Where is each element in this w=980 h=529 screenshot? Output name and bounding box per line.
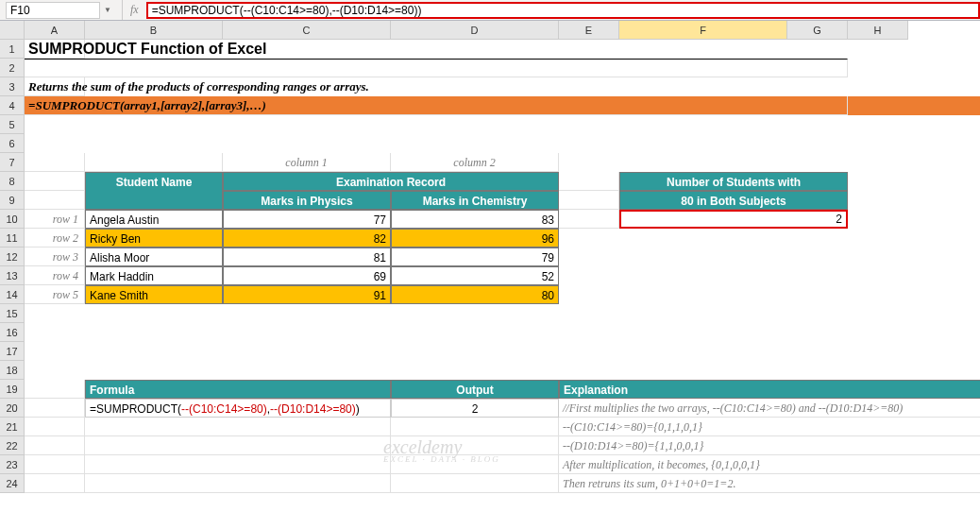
col-header[interactable]: F [619, 21, 787, 40]
col-header[interactable]: E [559, 21, 619, 40]
table-cell[interactable]: 52 [391, 266, 559, 285]
result-header-1: Number of Students with [619, 172, 848, 191]
table-cell[interactable]: Ricky Ben [85, 229, 223, 247]
table-cell[interactable]: Alisha Moor [85, 247, 223, 266]
row-header[interactable]: 18 [0, 361, 25, 380]
th-formula: Formula [85, 380, 391, 399]
row-header[interactable]: 20 [0, 399, 25, 418]
table-cell[interactable]: 83 [391, 210, 559, 229]
row-header[interactable]: 5 [0, 115, 25, 134]
row-header[interactable]: 11 [0, 229, 25, 247]
col-header[interactable]: A [25, 21, 85, 40]
table-cell[interactable]: 82 [223, 229, 391, 247]
explanation-line: Then retruns its sum, 0+1+0+0=1=2. [559, 474, 980, 493]
row-header[interactable]: 2 [0, 59, 25, 77]
th-chemistry: Marks in Chemistry [391, 191, 559, 210]
th-explanation: Explanation [559, 380, 980, 399]
result-header-2: 80 in Both Subjects [619, 191, 848, 210]
row-label: row 3 [25, 247, 85, 266]
row-header[interactable]: 19 [0, 380, 25, 399]
explanation-line: After multiplication, it becomes, {0,1,0… [559, 455, 980, 474]
row-header[interactable]: 10 [0, 210, 25, 229]
col-header[interactable]: B [85, 21, 223, 40]
table-cell[interactable]: Kane Smith [85, 285, 223, 304]
row-header[interactable]: 21 [0, 418, 25, 436]
table-cell[interactable]: 81 [223, 247, 391, 266]
row-header[interactable]: 16 [0, 323, 25, 342]
row-label: row 5 [25, 285, 85, 304]
row-header[interactable]: 12 [0, 247, 25, 266]
row-header[interactable]: 22 [0, 436, 25, 455]
row-header[interactable]: 6 [0, 134, 25, 153]
row-header[interactable]: 9 [0, 191, 25, 210]
row-label: row 1 [25, 210, 85, 229]
row-header[interactable]: 23 [0, 455, 25, 474]
col-header[interactable]: G [787, 21, 848, 40]
table-cell[interactable]: 96 [391, 229, 559, 247]
row-label: row 2 [25, 229, 85, 247]
formula-bar[interactable] [146, 2, 980, 19]
name-box-dropdown-icon[interactable]: ▼ [104, 6, 111, 14]
col-header[interactable]: D [391, 21, 559, 40]
table-cell[interactable]: 69 [223, 266, 391, 285]
row-header[interactable]: 17 [0, 342, 25, 361]
function-syntax: =SUMPRODUCT(array1,[array2],[array3],…) [25, 96, 848, 115]
column-label: column 2 [391, 153, 559, 172]
th-exam-record: Examination Record [223, 172, 559, 191]
table-cell[interactable]: Mark Haddin [85, 266, 223, 285]
th-physics: Marks in Physics [223, 191, 391, 210]
row-header[interactable]: 8 [0, 172, 25, 191]
explanation-line: //First multiplies the two arrays, --(C1… [559, 399, 980, 418]
col-header[interactable]: C [223, 21, 391, 40]
explanation-line: --(D10:D14>=80)={1,1,0,0,1} [559, 436, 980, 455]
row-header[interactable]: 3 [0, 77, 25, 96]
row-header[interactable]: 14 [0, 285, 25, 304]
th-output: Output [391, 380, 559, 399]
th-student-name: Student Name [85, 172, 223, 191]
select-all-corner[interactable] [0, 21, 25, 40]
row-header[interactable]: 15 [0, 304, 25, 323]
col-header[interactable]: H [848, 21, 908, 40]
result-cell[interactable]: 2 [619, 210, 848, 229]
row-header[interactable]: 1 [0, 40, 25, 59]
row-header[interactable]: 24 [0, 474, 25, 493]
table-cell[interactable]: Angela Austin [85, 210, 223, 229]
explanation-line: --(C10:C14>=80)={0,1,1,0,1} [559, 418, 980, 436]
row-header[interactable]: 13 [0, 266, 25, 285]
function-description: Returns the sum of the products of corre… [25, 77, 85, 96]
fx-icon[interactable]: fx [130, 3, 139, 17]
table-cell[interactable]: 77 [223, 210, 391, 229]
name-box[interactable] [6, 2, 100, 19]
formula-cell[interactable]: =SUMPRODUCT(--(C10:C14>=80),--(D10:D14>=… [85, 399, 391, 418]
column-label: column 1 [223, 153, 391, 172]
table-cell[interactable]: 91 [223, 285, 391, 304]
output-cell[interactable]: 2 [391, 399, 559, 418]
row-header[interactable]: 4 [0, 96, 25, 115]
page-title: SUMPRODUCT Function of Excel [25, 40, 85, 59]
table-cell[interactable]: 79 [391, 247, 559, 266]
table-cell[interactable]: 80 [391, 285, 559, 304]
row-header[interactable]: 7 [0, 153, 25, 172]
row-label: row 4 [25, 266, 85, 285]
